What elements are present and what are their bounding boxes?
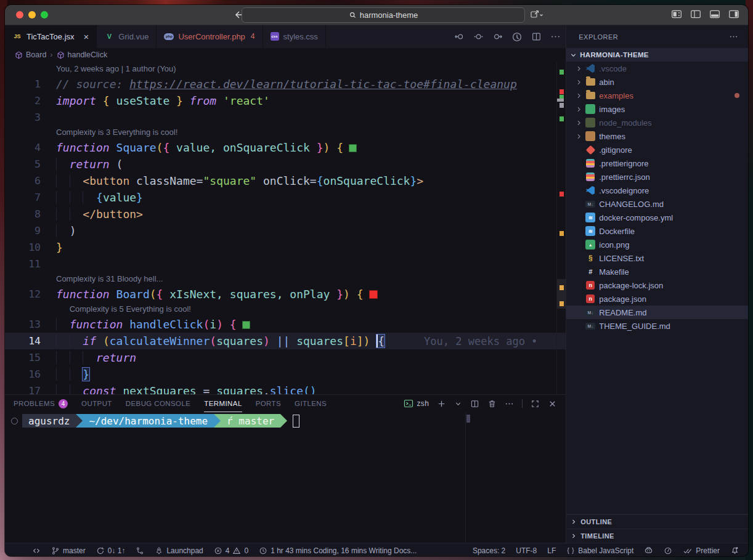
statusbar-commit-graph[interactable]: [136, 546, 144, 555]
statusbar-eol[interactable]: LF: [547, 546, 556, 555]
code-line-4[interactable]: 4function Square({ value, onSquareClick …: [5, 139, 566, 156]
statusbar-language[interactable]: Babel JavaScript: [566, 546, 633, 555]
terminal-viewport[interactable]: agusrdz ~/dev/harmonia-theme ŕ master: [5, 412, 566, 543]
command-center-search[interactable]: harmonia-theme: [242, 7, 525, 23]
code-line-8[interactable]: 8 </button>: [5, 206, 566, 222]
panel-tab-debug-console[interactable]: DEBUG CONSOLE: [126, 395, 191, 412]
close-panel-icon[interactable]: [548, 399, 557, 408]
share-menu-icon[interactable]: [530, 8, 543, 19]
codelens[interactable]: You, 2 weeks ago | 1 author (You): [5, 62, 566, 76]
panel-tab-ports[interactable]: PORTS: [256, 395, 281, 412]
editor-scrollbar-thumb[interactable]: [557, 279, 566, 309]
file-row-images[interactable]: images: [566, 102, 748, 116]
statusbar-remote[interactable]: [32, 546, 41, 555]
code-line-15[interactable]: 15 return: [5, 349, 566, 366]
minimize-window-button[interactable]: [28, 11, 36, 18]
split-editor-icon[interactable]: [531, 31, 542, 42]
code-line-17[interactable]: 17 const nextSquares = squares.slice(): [5, 383, 566, 394]
statusbar-indentation[interactable]: Spaces: 2: [473, 546, 505, 555]
file-row-package-lock.json[interactable]: npackage-lock.json: [566, 278, 748, 292]
codelens[interactable]: Complexity is 5 Everything is cool!: [5, 302, 566, 316]
statusbar-launchpad[interactable]: Launchpad: [155, 546, 203, 555]
statusbar-wakatime[interactable]: 1 hr 43 mins Coding, 16 mins Writing Doc…: [259, 546, 417, 555]
code-line-6[interactable]: 6 <button className="square" onClick={on…: [5, 172, 566, 189]
more-actions-icon[interactable]: [550, 31, 561, 42]
toggle-secondary-sidebar-icon[interactable]: [728, 9, 739, 20]
file-row-examples[interactable]: examples: [566, 89, 748, 102]
statusbar-runner[interactable]: [664, 546, 672, 555]
tab-TicTacToe.jsx[interactable]: JSTicTacToe.jsx×: [5, 25, 97, 48]
next-change-icon[interactable]: [492, 31, 503, 42]
statusbar-copilot[interactable]: [644, 546, 653, 555]
file-row-CHANGELOG.md[interactable]: M↓CHANGELOG.md: [566, 197, 748, 211]
file-row-docker-compose.yml[interactable]: ≋docker-compose.yml: [566, 211, 748, 224]
outline-section[interactable]: OUTLINE: [566, 514, 748, 529]
workspace-section-header[interactable]: HARMONIA-THEME: [566, 48, 748, 62]
file-row-.prettierrc.json[interactable]: .prettierrc.json: [566, 170, 748, 184]
panel-more-icon[interactable]: [505, 399, 514, 408]
statusbar-problems[interactable]: 40: [214, 546, 248, 555]
terminal-scrollbar-thumb[interactable]: [466, 415, 470, 423]
statusbar-notifications[interactable]: [730, 546, 739, 555]
tab-styles.css[interactable]: cssstyles.css: [263, 25, 326, 48]
file-row-.vscode[interactable]: .vscode: [566, 62, 748, 75]
statusbar-prettier[interactable]: Prettier: [683, 546, 720, 555]
statusbar-branch[interactable]: master: [51, 546, 86, 555]
terminal-shell-chip[interactable]: zsh: [404, 399, 429, 408]
tab-Grid.vue[interactable]: VGrid.vue: [97, 25, 157, 48]
close-window-button[interactable]: [16, 11, 23, 18]
zoom-window-button[interactable]: [41, 11, 48, 18]
statusbar-encoding[interactable]: UTF-8: [516, 546, 537, 555]
code-line-14[interactable]: 14 if (calculateWinner(squares) || squar…: [5, 333, 566, 349]
file-row-Dockerfile[interactable]: ≋Dockerfile: [566, 224, 748, 238]
codelens[interactable]: Complexity is 3 Everything is cool!: [5, 126, 566, 139]
file-row-THEME_GUIDE.md[interactable]: M↓THEME_GUIDE.md: [566, 319, 748, 333]
file-row-README.md[interactable]: M↓README.md: [566, 306, 748, 319]
codelens[interactable]: Complexity is 31 Bloody hell...: [5, 272, 566, 286]
file-row-icon.png[interactable]: ▲icon.png: [566, 238, 748, 251]
code-line-9[interactable]: 9 ): [5, 222, 566, 239]
timeline-section[interactable]: TIMELINE: [566, 529, 748, 543]
file-row-Makefile[interactable]: #Makefile: [566, 265, 748, 278]
toggle-primary-sidebar-icon[interactable]: [690, 9, 701, 20]
maximize-panel-icon[interactable]: [531, 399, 540, 408]
file-row-package.json[interactable]: npackage.json: [566, 292, 748, 306]
code-line-3[interactable]: 3: [5, 109, 566, 126]
terminal-dropdown-icon[interactable]: [454, 400, 462, 408]
panel-tab-output[interactable]: OUTPUT: [81, 395, 112, 412]
file-row-LICENSE.txt[interactable]: §LICENSE.txt: [566, 251, 748, 265]
breadcrumb-item-handleClick[interactable]: handleClick: [57, 51, 108, 59]
terminal-command-decoration[interactable]: [11, 418, 18, 424]
code-line-11[interactable]: 11: [5, 256, 566, 272]
split-terminal-icon[interactable]: [470, 399, 479, 408]
code-line-10[interactable]: 10}: [5, 239, 566, 256]
breadcrumb-item-Board[interactable]: Board: [15, 51, 46, 59]
new-terminal-icon[interactable]: [437, 399, 446, 408]
overview-ruler[interactable]: [556, 62, 566, 394]
customize-layout-icon[interactable]: [671, 9, 682, 20]
file-row-themes[interactable]: themes: [566, 129, 748, 143]
file-row-abin[interactable]: abin: [566, 75, 748, 89]
file-row-.prettierignore[interactable]: .prettierignore: [566, 156, 748, 170]
close-tab-icon[interactable]: ×: [84, 31, 89, 42]
code-line-5[interactable]: 5 return (: [5, 156, 566, 172]
panel-tab-problems[interactable]: PROBLEMS4: [14, 395, 68, 412]
file-row-.vscodeignore[interactable]: .vscodeignore: [566, 184, 748, 197]
code-line-12[interactable]: 12function Board({ xIsNext, squares, onP…: [5, 286, 566, 302]
code-line-7[interactable]: 7 {value}: [5, 189, 566, 206]
previous-change-icon[interactable]: [454, 31, 465, 42]
code-line-2[interactable]: 2import { useState } from 'react': [5, 92, 566, 109]
statusbar-sync[interactable]: 0↓ 1↑: [96, 546, 126, 555]
kill-terminal-icon[interactable]: [487, 399, 497, 408]
file-row-node_modules[interactable]: node_modules: [566, 116, 748, 129]
panel-tab-gitlens[interactable]: GITLENS: [295, 395, 327, 412]
toggle-panel-icon[interactable]: [709, 9, 720, 20]
changes-icon[interactable]: [473, 31, 484, 42]
code-editor[interactable]: You, 2 weeks ago | 1 author (You)1// sou…: [5, 62, 566, 394]
code-line-16[interactable]: 16 }: [5, 366, 566, 383]
explorer-more-icon[interactable]: [729, 32, 738, 41]
gitlens-graph-icon[interactable]: [511, 31, 523, 43]
file-row-.gitignore[interactable]: .gitignore: [566, 143, 748, 156]
panel-tab-terminal[interactable]: TERMINAL: [204, 395, 242, 412]
code-line-13[interactable]: 13 function handleClick(i) {: [5, 316, 566, 333]
